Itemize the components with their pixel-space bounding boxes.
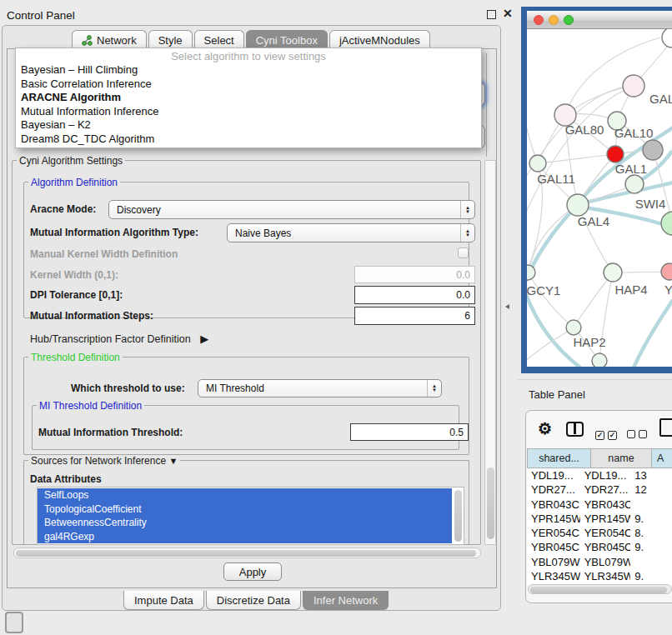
algorithm-option-basic-correlation-inference[interactable]: Basic Correlation Inference [16, 78, 481, 92]
tab-infer-network[interactable]: Infer Network [303, 591, 389, 610]
tab-select[interactable]: Select [194, 30, 244, 48]
tab-discretize-data[interactable]: Discretize Data [206, 591, 301, 610]
table-cell[interactable] [630, 555, 672, 569]
table-row[interactable]: YBL079WYBL079W [527, 555, 672, 569]
unchecked-checkboxes-icon[interactable] [627, 427, 650, 442]
table-row[interactable]: YBR045CYBR045C9. [527, 540, 672, 554]
mi-steps-field[interactable] [354, 307, 475, 325]
table-cell[interactable]: YBL079W [580, 555, 630, 569]
tab-cyni-toolbox[interactable]: Cyni Toolbox [246, 30, 328, 48]
tab-network[interactable]: Network [72, 30, 147, 48]
attributes-list-scrollbar[interactable] [454, 490, 462, 542]
float-panel-icon[interactable] [487, 10, 496, 19]
table-row[interactable]: YER054CYER054C8. [527, 526, 672, 540]
table-row[interactable]: YPR145WYPR145W9. [527, 512, 672, 526]
column-header-shared[interactable]: shared... [527, 448, 591, 468]
table-row[interactable]: YDL19...YDL19...13 [527, 468, 672, 482]
panel-splitter-handle[interactable] [505, 304, 509, 309]
attribute-item-selfloops[interactable]: SelfLoops [38, 488, 452, 502]
network-canvas[interactable]: GALGAL80GAL10GAL1GAL11SWI4GAL4GCY1HAP4YH… [527, 29, 672, 370]
table-cell[interactable]: 12 [630, 482, 672, 497]
window-zoom-button[interactable] [564, 15, 574, 25]
which-threshold-combo[interactable]: MI Threshold ▲▼ [198, 379, 442, 398]
document-icon[interactable] [659, 418, 672, 437]
settings-horizontal-scroll-thumb[interactable] [16, 550, 476, 557]
table-cell[interactable]: YBL079W [527, 555, 580, 569]
attribute-item-topologicalcoefficient[interactable]: TopologicalCoefficient [38, 502, 452, 517]
tab-style[interactable]: Style [148, 30, 193, 48]
expander-arrow-icon[interactable]: ▶ [200, 332, 208, 345]
column-header-a[interactable]: A [652, 448, 672, 468]
mi-algorithm-type-combo[interactable]: Naive Bayes ▲▼ [227, 223, 475, 242]
table-cell[interactable]: YBR045C [527, 540, 580, 554]
network-node-gal1[interactable] [607, 146, 624, 162]
table-cell[interactable]: YLR345W [580, 569, 630, 583]
table-cell[interactable]: 8. [630, 526, 672, 540]
network-node-gal11[interactable] [529, 155, 546, 172]
algorithm-option-mutual-information-inference[interactable]: Mutual Information Inference [16, 105, 481, 119]
attribute-item-betweennesscentrality[interactable]: BetweennessCentrality [38, 516, 452, 530]
table-cell[interactable]: YDR27... [527, 482, 580, 497]
tab-impute-data[interactable]: Impute Data [123, 591, 204, 610]
network-edge-thick[interactable] [634, 300, 672, 367]
network-node[interactable] [643, 140, 663, 160]
network-node-swi4[interactable] [625, 175, 644, 193]
table-cell[interactable]: YBR043C [527, 498, 580, 512]
collapse-arrow-icon[interactable]: ▼ [168, 456, 178, 466]
network-node-y[interactable] [661, 263, 672, 280]
table-cell[interactable]: YBR043C [580, 498, 630, 512]
checked-checkboxes-icon[interactable]: ✓✓ [595, 426, 620, 441]
algorithm-option-aracne-algorithm[interactable]: ARACNE Algorithm [16, 91, 481, 105]
tab-jactivemnodules[interactable]: jActiveMNodules [329, 30, 430, 48]
data-attributes-list[interactable]: SelfLoopsTopologicalCoefficientBetweenne… [37, 487, 464, 545]
table-cell[interactable]: YPR145W [580, 512, 630, 526]
window-minimize-button[interactable] [549, 15, 559, 25]
network-node-hap2[interactable] [566, 320, 581, 335]
network-edge[interactable] [565, 38, 660, 115]
aracne-mode-combo[interactable]: Discovery ▲▼ [108, 200, 475, 219]
settings-vertical-scrollbar[interactable] [484, 160, 496, 545]
gear-icon[interactable]: ⚙ [538, 419, 552, 438]
network-node-hap4[interactable] [604, 263, 622, 282]
network-edge[interactable] [574, 272, 613, 328]
table-cell[interactable]: YDL19... [580, 468, 630, 482]
algorithm-option-dream8-dc-tdc-algorithm[interactable]: Dream8 DC_TDC Algorithm [16, 132, 481, 147]
attribute-item-gal4rgexp[interactable]: gal4RGexp [38, 530, 452, 544]
algorithm-option-bayesian-k2[interactable]: Bayesian – K2 [16, 118, 481, 132]
network-edge[interactable] [528, 272, 574, 328]
table-cell[interactable]: YDL19... [527, 468, 580, 482]
network-window-titlebar[interactable] [527, 11, 672, 29]
kernel-width-field[interactable] [354, 266, 475, 283]
table-cell[interactable]: YPR145W [527, 512, 580, 526]
table-cell[interactable] [630, 498, 672, 512]
table-cell[interactable]: YDR27... [580, 482, 630, 497]
network-node-gal[interactable] [623, 75, 644, 97]
table-horizontal-scroll-thumb[interactable] [530, 587, 667, 593]
network-node[interactable] [662, 29, 672, 48]
window-close-button[interactable] [534, 15, 544, 25]
column-header-name[interactable]: name [591, 448, 652, 468]
network-node[interactable] [592, 353, 607, 367]
network-node[interactable] [661, 212, 672, 235]
mutual-information-threshold-field[interactable] [350, 423, 469, 441]
table-cell[interactable]: 9. [630, 512, 672, 526]
apply-button[interactable]: Apply [223, 562, 282, 581]
table-cell[interactable]: YER054C [527, 526, 580, 540]
close-panel-icon[interactable]: ✕ [503, 7, 513, 20]
table-cell[interactable]: YER054C [580, 526, 630, 540]
table-row[interactable]: YBR043CYBR043C [527, 498, 672, 512]
table-row[interactable]: YDR27...YDR27...12 [527, 482, 672, 497]
table-row[interactable]: YLR345WYLR345W9. [527, 569, 672, 583]
algorithm-option-bayesian-hill-climbing[interactable]: Bayesian – Hill Climbing [16, 63, 481, 78]
settings-vertical-scroll-thumb[interactable] [487, 468, 494, 539]
network-graph-svg[interactable]: GALGAL80GAL10GAL1GAL11SWI4GAL4GCY1HAP4YH… [527, 29, 672, 367]
dpi-tolerance-field[interactable] [354, 286, 475, 304]
columns-icon[interactable] [566, 422, 584, 437]
network-node-gal4[interactable] [567, 194, 589, 216]
table-horizontal-scrollbar[interactable] [528, 584, 672, 594]
network-edge[interactable] [538, 154, 615, 163]
sources-group-title[interactable]: Sources for Network Inference ▼ [28, 455, 180, 467]
hub-definition-expander[interactable]: Hub/Transcription Factor Definition ▶ [30, 332, 208, 345]
settings-horizontal-scrollbar[interactable] [13, 548, 481, 558]
collapsed-panel-icon[interactable] [5, 612, 23, 633]
